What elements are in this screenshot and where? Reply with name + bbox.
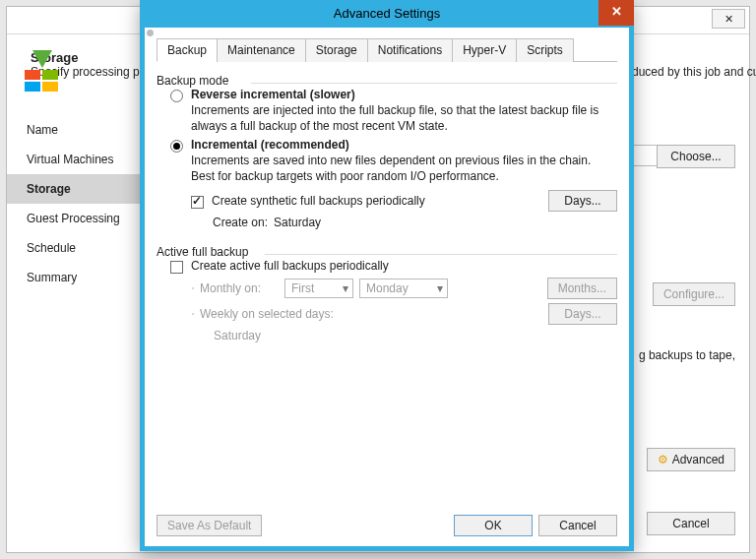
tab-notifications[interactable]: Notifications — [367, 38, 453, 62]
group-active-full-backup: Active full backup — [157, 245, 617, 259]
option-active-full-enable[interactable]: Create active full backups periodically — [170, 259, 617, 274]
group-backup-mode: Backup mode — [157, 74, 617, 88]
dialog-close-button[interactable]: ✕ — [598, 0, 634, 26]
wizard-cancel-button[interactable]: Cancel — [647, 512, 735, 535]
weekly-days-button: Days... — [548, 303, 617, 325]
option-reverse-incremental[interactable]: Reverse incremental (slower) Increments … — [170, 88, 617, 134]
advanced-settings-dialog: Advanced Settings ✕ Backup Maintenance S… — [140, 0, 634, 551]
tab-backup[interactable]: Backup — [157, 38, 218, 62]
radio-weekly — [192, 313, 194, 315]
monthly-day-select: Monday — [359, 279, 448, 298]
tab-scripts[interactable]: Scripts — [516, 38, 574, 62]
parent-close-button[interactable]: ✕ — [712, 9, 745, 29]
incremental-label: Incremental (recommended) — [191, 138, 349, 152]
save-as-default-button[interactable]: Save As Default — [157, 515, 262, 536]
sidebar-item-schedule[interactable]: Schedule — [7, 233, 155, 263]
tab-storage[interactable]: Storage — [305, 38, 368, 62]
sidebar-item-guest-processing[interactable]: Guest Processing — [7, 204, 155, 233]
dialog-cancel-button[interactable]: Cancel — [538, 515, 617, 536]
ok-button[interactable]: OK — [454, 515, 533, 536]
active-full-label: Create active full backups periodically — [191, 259, 389, 273]
configure-button[interactable]: Configure... — [653, 282, 735, 306]
monthly-week-select: First — [284, 279, 353, 298]
checkbox-synthetic-full[interactable] — [191, 196, 204, 209]
create-on-label: Create on: — [213, 216, 268, 229]
dialog-titlebar: Advanced Settings ✕ — [140, 0, 634, 28]
monthly-on-label: Monthly on: — [200, 281, 279, 295]
sidebar-item-storage[interactable]: Storage — [7, 174, 155, 204]
option-incremental[interactable]: Incremental (recommended) Increments are… — [170, 138, 617, 233]
reverse-incremental-label: Reverse incremental (slower) — [191, 88, 355, 101]
months-button: Months... — [547, 278, 617, 299]
sidebar-item-name[interactable]: Name — [7, 115, 155, 145]
weekly-label: Weekly on selected days: — [200, 307, 542, 321]
synthetic-days-button[interactable]: Days... — [548, 190, 617, 212]
tab-maintenance[interactable]: Maintenance — [217, 38, 306, 62]
checkbox-active-full[interactable] — [170, 261, 183, 274]
dialog-title: Advanced Settings — [334, 6, 440, 21]
synthetic-full-label: Create synthetic full backups periodical… — [212, 194, 425, 208]
tab-hyper-v[interactable]: Hyper-V — [452, 38, 517, 62]
sidebar-item-virtual-machines[interactable]: Virtual Machines — [7, 145, 155, 174]
secondary-target-text-partial: g backups to tape, — [639, 348, 735, 362]
weekly-value: Saturday — [214, 329, 261, 342]
sidebar-item-summary[interactable]: Summary — [7, 263, 155, 292]
radio-incremental[interactable] — [170, 140, 183, 153]
incremental-desc: Increments are saved into new files depe… — [191, 154, 617, 184]
radio-reverse-incremental[interactable] — [170, 90, 183, 102]
radio-monthly — [192, 287, 194, 289]
reverse-incremental-desc: Increments are injected into the full ba… — [191, 103, 617, 134]
advanced-button[interactable]: ⚙Advanced — [647, 448, 735, 471]
create-on-value: Saturday — [274, 216, 321, 229]
dialog-footer: Save As Default OK Cancel — [145, 507, 629, 546]
dialog-tabs: Backup Maintenance Storage Notifications… — [157, 37, 617, 62]
wizard-step-sidebar: Name Virtual Machines Storage Guest Proc… — [7, 115, 155, 292]
choose-button[interactable]: Choose... — [657, 145, 735, 168]
gear-icon: ⚙ — [658, 453, 668, 466]
